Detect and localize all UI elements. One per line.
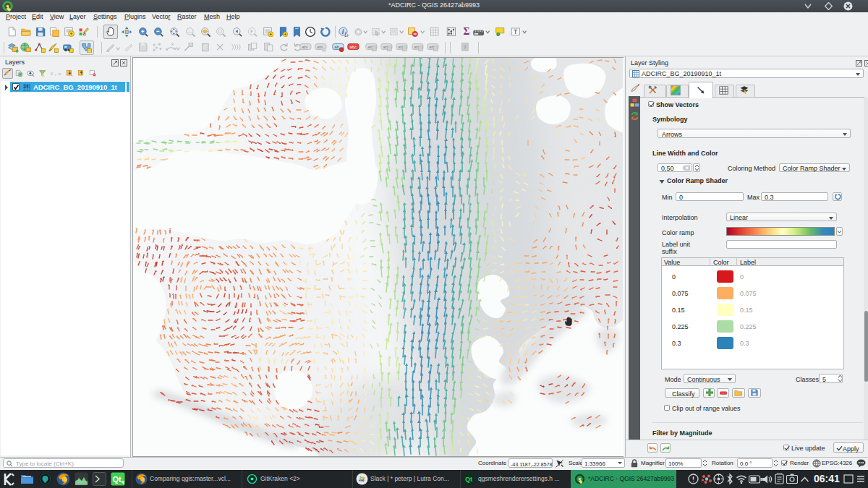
svg-text:ab: ab [334, 45, 339, 49]
svg-text:abl: abl [302, 45, 307, 49]
svg-text:Σ: Σ [463, 26, 469, 37]
svg-text:abc: abc [349, 45, 357, 49]
svg-text:Qt: Qt [113, 475, 122, 484]
svg-text:19: 19 [24, 84, 28, 88]
svg-text:T: T [514, 28, 518, 35]
svg-text:?: ? [463, 44, 466, 51]
svg-text:ε: ε [51, 71, 54, 76]
svg-text:Qt: Qt [465, 476, 472, 483]
